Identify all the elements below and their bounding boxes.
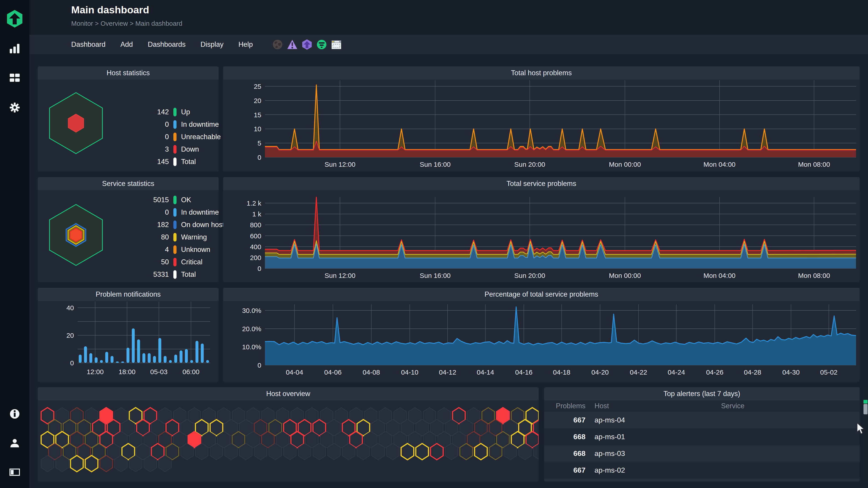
legend-row[interactable]: 3Down (135, 143, 221, 156)
scrollbar-marker (864, 400, 868, 403)
host-hexagon-cell[interactable] (460, 444, 473, 460)
views-grid-icon[interactable] (9, 72, 20, 83)
table-row: 667ap-ms-04 (544, 412, 860, 428)
host-hexagon-cell[interactable] (475, 444, 487, 460)
legend-row[interactable]: 5331Total (135, 268, 224, 281)
svg-text:04-22: 04-22 (630, 368, 647, 376)
host-legend: 142Up0In downtime0Unreachable3Down145Tot… (135, 106, 221, 168)
menu-items: DashboardAddDashboardsDisplayHelp (71, 40, 268, 48)
panel-title: Service statistics (38, 177, 219, 190)
menu-item-display[interactable]: Display (200, 40, 223, 48)
host-hexagon-cell[interactable] (416, 444, 429, 460)
scrollbar-thumb[interactable] (864, 404, 868, 414)
svg-text:04-08: 04-08 (363, 368, 380, 376)
svg-text:400: 400 (250, 243, 261, 251)
svg-text:04-30: 04-30 (782, 368, 800, 376)
menu-item-add[interactable]: Add (121, 40, 133, 48)
menu-item-help[interactable]: Help (239, 40, 253, 48)
menu-item-dashboards[interactable]: Dashboards (148, 40, 186, 48)
column-service[interactable]: Service (721, 402, 860, 410)
globe-icon[interactable] (272, 39, 283, 50)
host-hexagon-cell[interactable] (100, 455, 113, 472)
svg-text:20: 20 (254, 97, 261, 104)
total-service-problems-chart[interactable]: 02004006008001 k1.2 kSun 12:00Sun 16:00S… (223, 190, 860, 282)
svg-text:06:00: 06:00 (182, 368, 199, 376)
problems-count: 667 (544, 466, 585, 475)
problem-notifications-chart[interactable]: 0204012:0018:0005-0306:00 (38, 301, 219, 382)
user-icon[interactable] (9, 438, 20, 449)
panel-host-statistics: Host statistics 142Up0In downtime0Unreac… (38, 66, 219, 171)
svg-text:40: 40 (66, 304, 74, 312)
svg-text:0: 0 (257, 265, 261, 272)
panel-top-alerters: Top alerters (last 7 days) Problems Host… (544, 387, 860, 482)
host-link[interactable]: ap-ms-01 (585, 433, 721, 441)
checkmk-hexagon-icon[interactable] (302, 39, 312, 50)
legend-row[interactable]: 0In downtime (135, 206, 224, 219)
host-link[interactable]: ap-ms-04 (585, 416, 721, 424)
svg-text:Mon 00:00: Mon 00:00 (609, 272, 641, 279)
host-hexagon-cell[interactable] (70, 455, 83, 472)
svg-text:05-03: 05-03 (150, 368, 167, 376)
window-icon[interactable] (331, 39, 342, 50)
host-hexagon-cell[interactable] (489, 444, 502, 460)
legend-row[interactable]: 80Warning (135, 231, 224, 243)
table-row: 668ap-ms-01 (544, 428, 860, 445)
svg-text:Mon 08:00: Mon 08:00 (798, 272, 830, 279)
table-row: 668ap-ms-03 (544, 445, 860, 462)
legend-row[interactable]: 0Unreachable (135, 131, 221, 143)
host-hexagon[interactable] (38, 79, 151, 171)
breadcrumb[interactable]: Monitor > Overview > Main dashboard (71, 20, 182, 27)
legend-row[interactable]: 142Up (135, 106, 221, 118)
host-link[interactable]: ap-ms-02 (585, 466, 721, 475)
svg-text:20: 20 (66, 332, 74, 339)
column-problems[interactable]: Problems (544, 402, 585, 410)
legend-row[interactable]: 0In downtime (135, 118, 221, 131)
checkmk-logo[interactable] (6, 9, 23, 28)
column-host[interactable]: Host (585, 402, 721, 410)
host-hexagon-cell[interactable] (85, 455, 98, 472)
host-overview-hexgrid[interactable] (38, 400, 539, 482)
legend-row[interactable]: 4Unknown (135, 243, 224, 256)
svg-text:200: 200 (250, 254, 261, 261)
svg-text:Mon 08:00: Mon 08:00 (798, 161, 830, 168)
percentage-service-problems-chart[interactable]: 010.0%20.0%30.0%04-0404-0604-0804-1004-1… (223, 301, 860, 382)
svg-text:1 k: 1 k (252, 210, 261, 218)
table-row-partial (544, 479, 860, 482)
host-hexagon-cell[interactable] (401, 444, 414, 460)
svg-text:0: 0 (257, 154, 261, 161)
svg-text:25: 25 (254, 83, 261, 90)
panel-title: Percentage of total service problems (223, 288, 860, 301)
svg-text:Mon 04:00: Mon 04:00 (704, 272, 736, 279)
legend-row[interactable]: 145Total (135, 156, 221, 168)
host-hexagon-cell[interactable] (431, 444, 443, 460)
mouse-cursor (856, 423, 865, 435)
svg-text:Sun 12:00: Sun 12:00 (324, 272, 355, 279)
total-host-problems-chart[interactable]: 0510152025Sun 12:00Sun 16:00Sun 20:00Mon… (223, 79, 860, 171)
svg-text:10.0%: 10.0% (242, 343, 261, 351)
menu-item-dashboard[interactable]: Dashboard (71, 40, 105, 48)
svg-text:0: 0 (257, 361, 261, 369)
warning-triangle-icon[interactable] (287, 39, 298, 50)
legend-row[interactable]: 50Critical (135, 256, 224, 268)
svg-text:04-12: 04-12 (439, 368, 456, 376)
legend-row[interactable]: 5015OK (135, 194, 224, 206)
service-hexagon[interactable] (38, 190, 151, 282)
page-header: Main dashboard Monitor > Overview > Main… (29, 0, 868, 35)
info-icon[interactable] (9, 409, 20, 419)
gear-icon[interactable] (9, 102, 20, 113)
page-title: Main dashboard (71, 4, 149, 16)
service-legend: 5015OK0In downtime182On down host80Warni… (135, 194, 224, 281)
svg-text:04-18: 04-18 (553, 368, 570, 376)
legend-row[interactable]: 182On down host (135, 219, 224, 231)
menubar: DashboardAddDashboardsDisplayHelp (29, 35, 868, 54)
filter-circle-icon[interactable] (316, 39, 327, 50)
svg-text:12:00: 12:00 (87, 368, 104, 376)
svg-text:04-10: 04-10 (401, 368, 418, 376)
svg-text:0: 0 (70, 359, 74, 367)
bar-chart-icon[interactable] (9, 43, 20, 54)
table-body: 667ap-ms-04668ap-ms-01668ap-ms-03667ap-m… (544, 412, 860, 482)
menu-icons (272, 39, 346, 50)
svg-text:20.0%: 20.0% (242, 325, 261, 332)
host-link[interactable]: ap-ms-03 (585, 449, 721, 458)
sidebar-toggle-icon[interactable] (9, 467, 20, 478)
